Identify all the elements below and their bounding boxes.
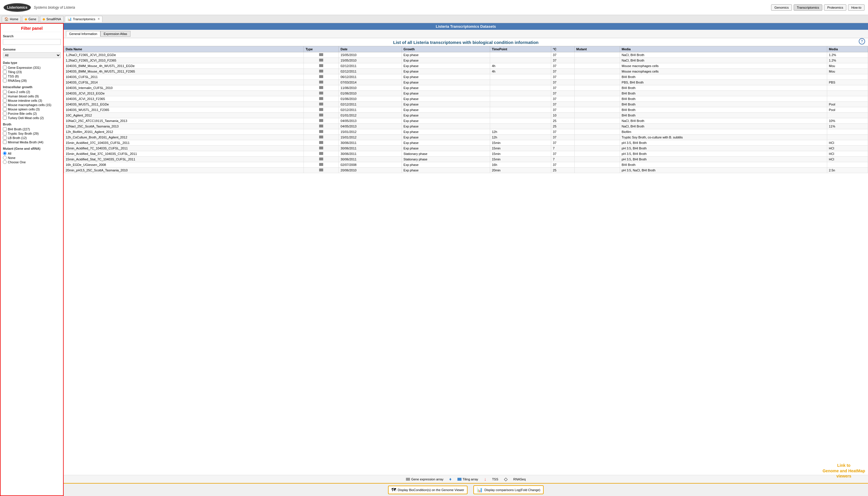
table-row[interactable]: 10403S_WUSTL_2011_EGDe 02/12/2011 Exp ph… bbox=[64, 102, 868, 107]
cell-temp: 37 bbox=[551, 80, 574, 85]
filter-tryptic-soy[interactable]: Tryptic Soy Broth (29) bbox=[3, 131, 61, 135]
table-row[interactable]: 12h_Biofilm_J0161_Agilent_2012 15/01/201… bbox=[64, 129, 868, 135]
subtab-expression[interactable]: Expression Atlas bbox=[100, 31, 130, 37]
genome-viewer-icon: 🗺 bbox=[391, 487, 396, 493]
col-header-growth[interactable]: Growth bbox=[402, 46, 490, 52]
table-row[interactable]: 16h_EGDe_UGiessen_2008 02/07/2008 Exp ph… bbox=[64, 162, 868, 168]
nav-howto[interactable]: How-to bbox=[848, 4, 865, 11]
genome-select[interactable]: All bbox=[3, 52, 61, 58]
filter-mutant-none[interactable]: None bbox=[3, 156, 61, 159]
filter-mutant-all[interactable]: All bbox=[3, 152, 61, 155]
col-header-type[interactable]: Type bbox=[304, 46, 339, 52]
heatmap-btn[interactable]: 📊 Display comparisons Log(Fold Change) bbox=[473, 485, 544, 494]
checkbox-rnaseq[interactable] bbox=[3, 79, 7, 82]
table-row[interactable]: 15min_Acidified_Stat_37C_10403S_CUFSL_20… bbox=[64, 151, 868, 157]
cell-date: 30/06/2011 bbox=[339, 157, 402, 162]
col-header-media2[interactable]: Media bbox=[827, 46, 868, 52]
filter-turkey-deli[interactable]: Turkey Deli Meat cells (2) bbox=[3, 116, 61, 120]
cell-mutant bbox=[574, 157, 620, 162]
filter-tiling[interactable]: Tiling (23) bbox=[3, 70, 61, 74]
table-row[interactable]: 15min_Acidified_Stat_7C_10403S_CUFSL_201… bbox=[64, 157, 868, 162]
filter-mutant-choose[interactable]: Choose One bbox=[3, 160, 61, 164]
cell-growth: Exp phase bbox=[402, 113, 490, 118]
table-row[interactable]: 12h_CoCulture_Broth_J0161_Agilent_2012 1… bbox=[64, 135, 868, 140]
nav-proteomics[interactable]: Proteomics bbox=[824, 4, 846, 11]
col-header-temp[interactable]: °C bbox=[551, 46, 574, 52]
filter-rnaseq[interactable]: RNASeq (28) bbox=[3, 79, 61, 82]
cell-mutant bbox=[574, 91, 620, 96]
cell-date: 30/06/2011 bbox=[339, 151, 402, 157]
cell-timepoint: 12h bbox=[490, 135, 551, 140]
tab-transcriptomics[interactable]: 📊 Transcriptomics ✕ bbox=[65, 16, 102, 22]
table-row[interactable]: 10403S_CUFSL_2011 06/12/2011 Exp phase 3… bbox=[64, 74, 868, 80]
genome-viewer-btn[interactable]: 🗺 Display BioCondition(s) on the Genome … bbox=[388, 485, 468, 494]
data-table: Data Name Type Date Growth TimePoint °C … bbox=[64, 46, 868, 173]
tab-transcriptomics-label: Transcriptomics bbox=[73, 17, 95, 21]
table-container: General Information Expression Atlas Lis… bbox=[64, 30, 868, 483]
cell-media2 bbox=[827, 129, 868, 135]
table-row[interactable]: 10403S_JCVI_2013_F2365 01/06/2010 Exp ph… bbox=[64, 96, 868, 102]
table-row[interactable]: 10403S_BMM_Mouse_4h_WUSTL_2011_F2365 02/… bbox=[64, 69, 868, 74]
checkbox-tiling[interactable] bbox=[3, 70, 7, 74]
col-header-media[interactable]: Media bbox=[620, 46, 827, 52]
cell-media: BHI Broth bbox=[620, 85, 827, 91]
col-header-date[interactable]: Date bbox=[339, 46, 402, 52]
filter-porcine-bile[interactable]: Porcine Bile cells (2) bbox=[3, 112, 61, 115]
cell-type bbox=[304, 91, 339, 96]
cell-type bbox=[304, 124, 339, 129]
table-row[interactable]: 10403S_Internalin_CUFSL_2010 11/06/2010 … bbox=[64, 85, 868, 91]
table-row[interactable]: 10C_Agilent_2012 01/01/2012 Exp phase 10… bbox=[64, 113, 868, 118]
filter-mouse-intestine[interactable]: Mouse intestine cells (3) bbox=[3, 98, 61, 102]
filter-bhi-broth[interactable]: BHI Broth (227) bbox=[3, 127, 61, 131]
col-header-mutant[interactable]: Mutant bbox=[574, 46, 620, 52]
filter-minimal-media[interactable]: Minimal Media Broth (44) bbox=[3, 140, 61, 144]
search-input[interactable] bbox=[3, 39, 61, 45]
cell-growth: Exp phase bbox=[402, 74, 490, 80]
table-row[interactable]: 12Nacl_25C_ScottA_Tasmania_2013 04/05/20… bbox=[64, 124, 868, 129]
filter-tss[interactable]: TSS (8) bbox=[3, 74, 61, 78]
checkbox-gene-expression[interactable] bbox=[3, 66, 7, 69]
tab-smallrna[interactable]: ◆ SmallRNA bbox=[40, 16, 64, 22]
table-row[interactable]: 1,2NaCl_F2365_JCVI_2010_EGDe 15/05/2010 … bbox=[64, 52, 868, 58]
data-table-wrapper[interactable]: Data Name Type Date Growth TimePoint °C … bbox=[64, 46, 868, 475]
checkbox-tss[interactable] bbox=[3, 74, 7, 78]
nav-transcriptomics[interactable]: Transcriptomics bbox=[794, 4, 822, 11]
table-row[interactable]: 15min_Acidified_37C_10403S_CUFSL_2011 30… bbox=[64, 140, 868, 146]
filter-caco2[interactable]: Caco-2 cells (2) bbox=[3, 90, 61, 94]
cell-growth: Exp phase bbox=[402, 118, 490, 124]
nav-genomics[interactable]: Genomics bbox=[771, 4, 792, 11]
cell-name: 10403S_BMM_Mouse_4h_WUSTL_2011_EGDe bbox=[64, 63, 304, 69]
filter-human-blood[interactable]: Human blood cells (9) bbox=[3, 94, 61, 98]
cell-growth: Stationary phase bbox=[402, 157, 490, 162]
col-header-name[interactable]: Data Name bbox=[64, 46, 304, 52]
cell-date: 06/12/2011 bbox=[339, 74, 402, 80]
cell-type bbox=[304, 69, 339, 74]
cell-growth: Exp phase bbox=[402, 85, 490, 91]
tab-home[interactable]: 🏠 Home bbox=[2, 16, 21, 22]
logo[interactable]: Listeriomics bbox=[3, 3, 31, 12]
table-row[interactable]: 10403S_WUSTL_2011_F2365 02/12/2011 Exp p… bbox=[64, 107, 868, 113]
filter-mouse-macrophages[interactable]: Mouse macrophages cells (15) bbox=[3, 103, 61, 107]
table-row[interactable]: 10403S_BMM_Mouse_4h_WUSTL_2011_EGDe 02/1… bbox=[64, 63, 868, 69]
table-row[interactable]: 15min_Acidified_7C_10403S_CUFSL_2011 30/… bbox=[64, 146, 868, 151]
cell-media: BHI Broth bbox=[620, 96, 827, 102]
cell-mutant bbox=[574, 129, 620, 135]
cell-media: PBS, BHI Broth bbox=[620, 80, 827, 85]
filter-lb-broth[interactable]: LB Broth (12) bbox=[3, 136, 61, 140]
tab-gene[interactable]: ◆ Gene bbox=[22, 16, 39, 22]
table-row[interactable]: 20min_pH3,5_25C_ScottA_Tasmania_2010 20/… bbox=[64, 168, 868, 173]
table-row[interactable]: 10403S_CUFSL_2014 07/03/2014 Exp phase 3… bbox=[64, 80, 868, 85]
filter-gene-expression[interactable]: Gene Expression (331) bbox=[3, 66, 61, 69]
cell-date: 02/07/2008 bbox=[339, 162, 402, 168]
cell-timepoint bbox=[490, 118, 551, 124]
tab-transcriptomics-close[interactable]: ✕ bbox=[98, 17, 100, 20]
table-row[interactable]: 10NaCl_25C_ATCC19115_Tasmania_2013 04/05… bbox=[64, 118, 868, 124]
table-row[interactable]: 1,2NaCl_F2365_JCVI_2010_F2365 15/05/2010… bbox=[64, 58, 868, 63]
help-icon[interactable]: ? bbox=[859, 38, 865, 45]
filter-mouse-spleen[interactable]: Mouse spleen cells (3) bbox=[3, 107, 61, 111]
cell-media: BHI Broth bbox=[620, 91, 827, 96]
col-header-timepoint[interactable]: TimePoint bbox=[490, 46, 551, 52]
table-row[interactable]: 10403S_JCVI_2013_EGDe 01/06/2010 Exp pha… bbox=[64, 91, 868, 96]
cell-media: pH 3.5, BHI Broth bbox=[620, 140, 827, 146]
subtab-general[interactable]: General Information bbox=[66, 31, 100, 37]
